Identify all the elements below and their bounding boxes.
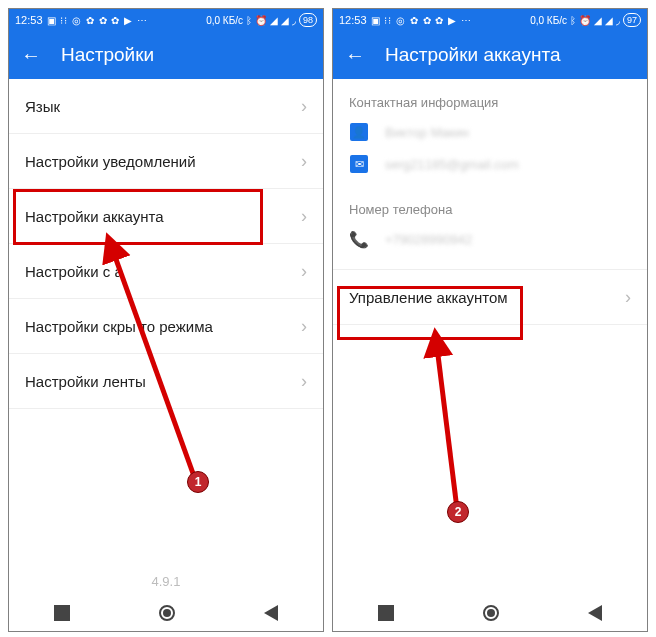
status-time: 12:53 (339, 14, 367, 26)
wifi-icon: ◞ (292, 15, 296, 26)
bluetooth-icon: ᛒ (570, 15, 576, 26)
person-icon: 👤 (349, 122, 369, 142)
nav-back-icon[interactable] (264, 605, 278, 621)
settings-item-4[interactable]: Настройки с а › (9, 244, 323, 299)
nav-home-icon[interactable] (483, 605, 499, 621)
item-label: Настройки ленты (25, 373, 146, 390)
chevron-right-icon: › (301, 206, 307, 227)
bluetooth-icon: ᛒ (246, 15, 252, 26)
item-label: Настройки аккаунта (25, 208, 164, 225)
alarm-icon: ⏰ (579, 15, 591, 26)
contact-name-row: 👤 Виктор Макин (333, 116, 647, 148)
chevron-right-icon: › (301, 316, 307, 337)
status-icons-left: ▣ ⁝⁝ ◎ ✿ ✿ ✿ ▶ ⋯ (47, 15, 148, 26)
back-icon[interactable]: ← (21, 44, 41, 67)
item-label: Язык (25, 98, 60, 115)
signal-icon: ◢ (281, 15, 289, 26)
item-label: Настройки скры то режима (25, 318, 213, 335)
nav-bar (333, 595, 647, 631)
content: Контактная информация 👤 Виктор Макин ✉ s… (333, 79, 647, 631)
item-label: Управление аккаунтом (349, 289, 508, 306)
nav-home-icon[interactable] (159, 605, 175, 621)
status-net: 0,0 КБ/с (530, 15, 567, 26)
nav-recents-icon[interactable] (54, 605, 70, 621)
phone-left: 12:53 ▣ ⁝⁝ ◎ ✿ ✿ ✿ ▶ ⋯ 0,0 КБ/с ᛒ ⏰ ◢ ◢ … (8, 8, 324, 632)
chevron-right-icon: › (301, 151, 307, 172)
back-icon[interactable]: ← (345, 44, 365, 67)
status-bar: 12:53 ▣ ⁝⁝ ◎ ✿ ✿ ✿ ▶ ⋯ 0,0 КБ/с ᛒ ⏰ ◢ ◢ … (9, 9, 323, 31)
email-icon: ✉ (349, 154, 369, 174)
settings-item-language[interactable]: Язык › (9, 79, 323, 134)
manage-account-item[interactable]: Управление аккаунтом › (333, 269, 647, 325)
version-label: 4.9.1 (9, 574, 323, 589)
phone-row: 📞 +79028990942 (333, 223, 647, 255)
nav-bar (9, 595, 323, 631)
alarm-icon: ⏰ (255, 15, 267, 26)
step-badge: 2 (447, 501, 469, 523)
step-badge: 1 (187, 471, 209, 493)
status-net: 0,0 КБ/с (206, 15, 243, 26)
phone-icon: 📞 (349, 229, 369, 249)
content: Язык › Настройки уведомлений › Настройки… (9, 79, 323, 631)
settings-item-5[interactable]: Настройки скры то режима › (9, 299, 323, 354)
status-bar: 12:53 ▣ ⁝⁝ ◎ ✿ ✿ ✿ ▶ ⋯ 0,0 КБ/с ᛒ ⏰ ◢ ◢ … (333, 9, 647, 31)
contact-email-row: ✉ serg21185@gmail.com (333, 148, 647, 180)
chevron-right-icon: › (301, 371, 307, 392)
settings-item-notifications[interactable]: Настройки уведомлений › (9, 134, 323, 189)
contact-email: serg21185@gmail.com (385, 157, 519, 172)
status-icons-left: ▣ ⁝⁝ ◎ ✿ ✿ ✿ ▶ ⋯ (371, 15, 472, 26)
app-bar: ← Настройки (9, 31, 323, 79)
item-label: Настройки с а (25, 263, 123, 280)
app-bar-title: Настройки аккаунта (385, 44, 560, 66)
status-time: 12:53 (15, 14, 43, 26)
phone-number: +79028990942 (385, 232, 472, 247)
wifi-icon: ◞ (616, 15, 620, 26)
settings-item-account[interactable]: Настройки аккаунта › (9, 189, 323, 244)
chevron-right-icon: › (301, 261, 307, 282)
app-bar: ← Настройки аккаунта (333, 31, 647, 79)
section-phone: Номер телефона (333, 180, 647, 223)
contact-name: Виктор Макин (385, 125, 469, 140)
chevron-right-icon: › (301, 96, 307, 117)
settings-item-feed[interactable]: Настройки ленты › (9, 354, 323, 409)
signal-icon: ◢ (594, 15, 602, 26)
svg-line-1 (437, 347, 457, 509)
nav-recents-icon[interactable] (378, 605, 394, 621)
chevron-right-icon: › (625, 287, 631, 308)
app-bar-title: Настройки (61, 44, 154, 66)
phone-right: 12:53 ▣ ⁝⁝ ◎ ✿ ✿ ✿ ▶ ⋯ 0,0 КБ/с ᛒ ⏰ ◢ ◢ … (332, 8, 648, 632)
signal-icon: ◢ (605, 15, 613, 26)
item-label: Настройки уведомлений (25, 153, 196, 170)
battery-icon: 98 (299, 13, 317, 27)
signal-icon: ◢ (270, 15, 278, 26)
nav-back-icon[interactable] (588, 605, 602, 621)
battery-icon: 97 (623, 13, 641, 27)
section-contact-info: Контактная информация (333, 79, 647, 116)
